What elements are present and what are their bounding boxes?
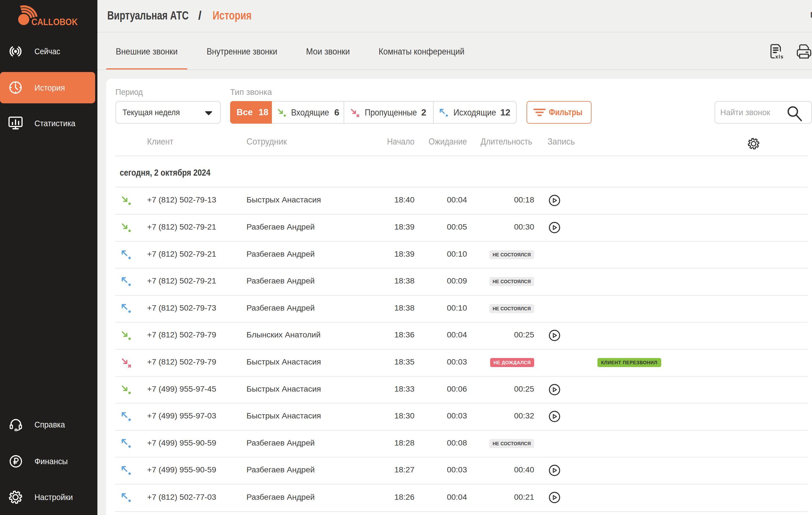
svg-text:CALLOBOK: CALLOBOK [31, 17, 78, 27]
svg-text:xls: xls [775, 54, 784, 60]
